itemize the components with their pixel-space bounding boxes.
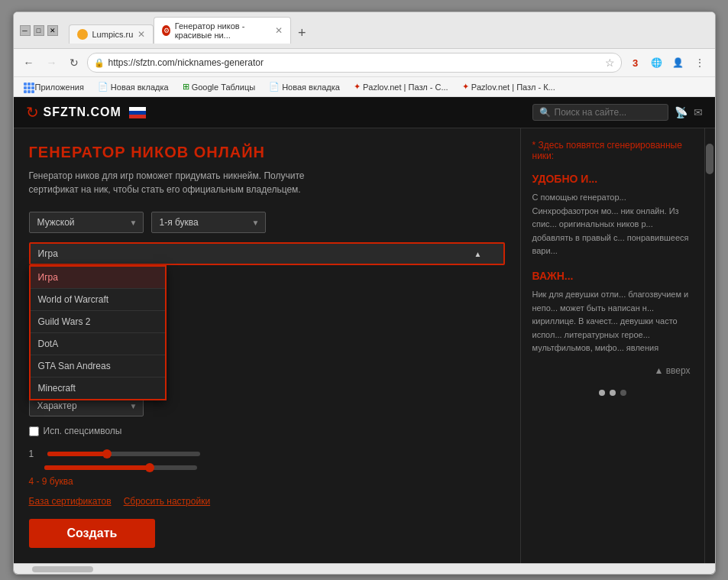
slider-track-2[interactable]: [44, 465, 197, 470]
h-scroll-thumb[interactable]: [32, 566, 93, 572]
special-chars-checkbox[interactable]: [29, 426, 39, 436]
dots-row: [532, 390, 693, 396]
horizontal-scrollbar[interactable]: [14, 563, 715, 574]
game-option-1[interactable]: World of Warcraft: [31, 289, 165, 311]
dot-2[interactable]: [610, 390, 616, 396]
dot-1[interactable]: [599, 390, 605, 396]
slider-thumb-2[interactable]: [145, 463, 154, 472]
forward-btn[interactable]: →: [43, 55, 61, 70]
newtab2-label: Новая вкладка: [282, 83, 340, 92]
newtab2-bookmark[interactable]: 📄 Новая вкладка: [265, 80, 344, 93]
game-option-4[interactable]: GTA San Andreas: [31, 355, 165, 377]
tab2-label: Генератор ников - красивые ни...: [175, 21, 271, 40]
minimize-btn[interactable]: ─: [20, 25, 31, 36]
newtab1-bookmark[interactable]: 📄 Новая вкладка: [94, 80, 173, 93]
profile-icon[interactable]: 👤: [669, 53, 688, 72]
globe-icon[interactable]: 🌐: [648, 53, 666, 72]
site-search-input[interactable]: [555, 107, 662, 118]
ru-flag: [129, 107, 146, 118]
range-label: 4 - 9 буква: [29, 476, 505, 487]
game-arrow-icon: ▲: [474, 250, 482, 258]
slider-num-label: 1: [29, 449, 41, 459]
rss-icon[interactable]: 📡: [675, 106, 688, 118]
tab2-close[interactable]: ✕: [275, 25, 283, 36]
newtab1-icon: 📄: [98, 82, 108, 92]
svg-rect-0: [129, 107, 146, 111]
slider-track-1[interactable]: [47, 452, 200, 456]
new-tab-btn[interactable]: +: [291, 22, 312, 44]
tab-1[interactable]: Lumpics.ru ✕: [69, 24, 154, 44]
special-chars-row: Исп. спецсимволы: [29, 426, 505, 436]
game-option-2[interactable]: Guild Wars 2: [31, 311, 165, 333]
create-button[interactable]: Создать: [29, 519, 156, 548]
star-icon[interactable]: ☆: [605, 57, 615, 69]
extensions-icon[interactable]: 3: [626, 53, 645, 72]
reset-link[interactable]: Сбросить настройки: [124, 496, 210, 507]
newtab1-label: Новая вкладка: [111, 83, 169, 92]
letter-select-wrap: 1-я буква АБ ▼: [151, 212, 266, 233]
nav-arrow[interactable]: ▲ вверх: [532, 363, 693, 378]
slider-fill-2: [44, 465, 151, 470]
letter-select[interactable]: 1-я буква АБ: [151, 212, 266, 233]
game-option-5[interactable]: Minecraft: [31, 377, 165, 399]
game-option-3[interactable]: DotA: [31, 333, 165, 355]
slider-row-2: [29, 465, 505, 470]
tab2-favicon: ⚙: [162, 25, 170, 36]
pazlov2-bookmark[interactable]: ✦ Pazlov.net | Пазл - К...: [458, 80, 559, 93]
bookmarks-bar: Приложения 📄 Новая вкладка ⊞ Google Табл…: [14, 77, 715, 97]
close-btn[interactable]: ✕: [47, 25, 58, 36]
apps-bookmark[interactable]: Приложения: [20, 81, 88, 93]
game-dropdown-list: Игра World of Warcraft Guild Wars 2 DotA: [29, 265, 167, 400]
generated-label: * Здесь появятся сгенерированные ники:: [532, 140, 693, 161]
logo-icon: ↻: [26, 103, 39, 122]
right-section1-title: УДОБНО И...: [532, 173, 693, 185]
pazlov1-icon: ✦: [354, 82, 361, 92]
apps-label: Приложения: [35, 83, 84, 92]
pazlov2-icon: ✦: [462, 82, 469, 92]
form-row-1: Мужской Женский ▼ 1-я буква АБ ▼: [29, 212, 505, 233]
menu-icon[interactable]: ⋮: [691, 53, 709, 72]
email-icon[interactable]: ✉: [694, 106, 703, 118]
sheets-icon: ⊞: [183, 82, 189, 92]
tab1-close[interactable]: ✕: [138, 29, 145, 40]
slider-fill-1: [47, 452, 108, 456]
title-bar: ─ □ ✕ Lumpics.ru ✕ ⚙ Генератор ников - к…: [14, 12, 715, 49]
pazlov1-label: Pazlov.net | Пазл - С...: [363, 83, 448, 92]
svg-rect-2: [129, 115, 146, 118]
sheets-bookmark[interactable]: ⊞ Google Таблицы: [179, 80, 259, 93]
game-dropdown-container: Игра ▲ Игра World of Warcraft Guild Wars…: [29, 242, 505, 265]
logo-text: SFZTN.COM: [44, 105, 121, 119]
slider-thumb-1[interactable]: [102, 449, 112, 458]
gender-select[interactable]: Мужской Женский: [29, 212, 144, 233]
refresh-btn[interactable]: ↻: [66, 55, 83, 70]
site-header-right: 🔍 📡 ✉: [532, 104, 703, 121]
main-layout: ГЕНЕРАТОР НИКОВ ОНЛАЙН Генератор ников д…: [14, 128, 715, 563]
page-title: ГЕНЕРАТОР НИКОВ ОНЛАЙН: [29, 144, 505, 161]
toolbar-icons: 3 🌐 👤 ⋮: [626, 53, 709, 72]
address-input[interactable]: 🔒 https://sfztn.com/nicknames-generator …: [87, 53, 622, 73]
back-btn[interactable]: ←: [20, 55, 38, 70]
game-option-0[interactable]: Игра: [31, 267, 165, 289]
pazlov2-label: Pazlov.net | Пазл - К...: [471, 83, 555, 92]
content-area: ГЕНЕРАТОР НИКОВ ОНЛАЙН Генератор ников д…: [14, 128, 521, 563]
sheets-label: Google Таблицы: [192, 83, 255, 92]
tab-2[interactable]: ⚙ Генератор ников - красивые ни... ✕: [154, 17, 291, 44]
address-text: https://sfztn.com/nicknames-generator: [108, 57, 264, 68]
site-logo-area: ↻ SFZTN.COM: [26, 103, 146, 122]
dot-3[interactable]: [620, 390, 626, 396]
game-selected-label: Игра: [38, 248, 58, 259]
address-bar: ← → ↻ 🔒 https://sfztn.com/nicknames-gene…: [14, 49, 715, 77]
window-controls[interactable]: ─ □ ✕: [20, 25, 58, 36]
links-row: База сертификатов Сбросить настройки: [29, 496, 505, 507]
scroll-thumb[interactable]: [706, 144, 713, 174]
browser-window: ─ □ ✕ Lumpics.ru ✕ ⚙ Генератор ников - к…: [13, 11, 716, 575]
maximize-btn[interactable]: □: [34, 25, 44, 36]
website: ↻ SFZTN.COM 🔍 📡 ✉ ГЕНЕРАТ: [14, 97, 715, 574]
pazlov1-bookmark[interactable]: ✦ Pazlov.net | Пазл - С...: [350, 80, 452, 93]
tab1-label: Lumpics.ru: [92, 30, 134, 39]
game-dropdown-trigger[interactable]: Игра ▲: [29, 242, 505, 265]
certificates-link[interactable]: База сертификатов: [29, 496, 112, 507]
site-search-box[interactable]: 🔍: [532, 104, 668, 121]
special-chars-label: Исп. спецсимволы: [44, 426, 122, 436]
vertical-scrollbar[interactable]: [704, 128, 715, 563]
